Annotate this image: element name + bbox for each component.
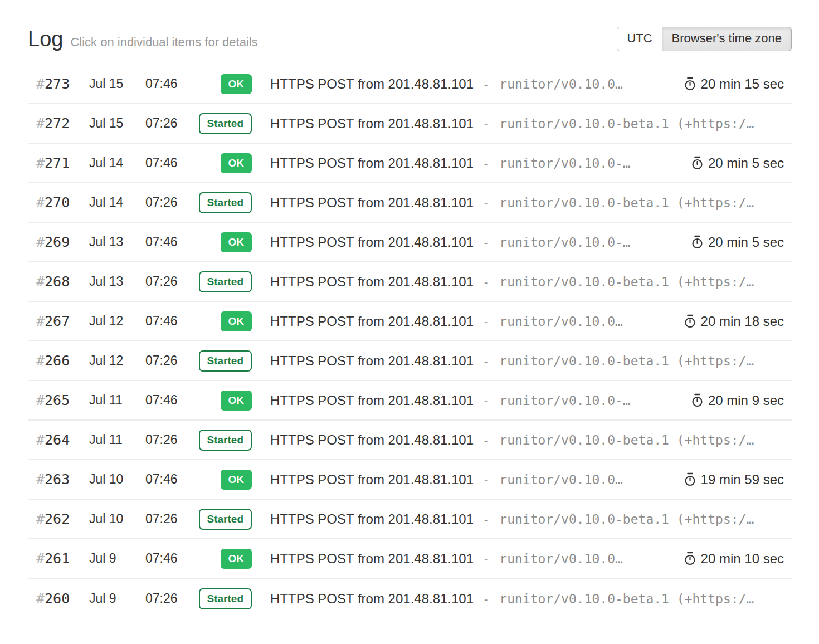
utc-button[interactable]: UTC <box>617 27 661 51</box>
event-description: HTTPS POST from 201.48.81.101 - runitor/… <box>270 76 670 92</box>
event-date: Jul 15 <box>89 116 145 131</box>
event-number: 265 <box>45 392 70 408</box>
event-description: HTTPS POST from 201.48.81.101 - runitor/… <box>270 353 784 369</box>
event-source: HTTPS POST from 201.48.81.101 <box>270 353 474 369</box>
event-source: HTTPS POST from 201.48.81.101 <box>270 195 474 211</box>
log-row[interactable]: #262 Jul 10 07:26 Started HTTPS POST fro… <box>28 500 792 539</box>
log-row[interactable]: #265 Jul 11 07:46 OK HTTPS POST from 201… <box>28 381 792 421</box>
status-badge: OK <box>221 232 252 252</box>
event-number: 263 <box>45 471 70 487</box>
log-row[interactable]: #266 Jul 12 07:26 Started HTTPS POST fro… <box>28 341 792 381</box>
event-date: Jul 13 <box>89 274 145 289</box>
event-date: Jul 12 <box>89 314 145 329</box>
log-page: Log Click on individual items for detail… <box>0 0 819 644</box>
event-separator: - <box>482 354 490 368</box>
stopwatch-icon <box>691 393 704 407</box>
stopwatch-icon <box>684 314 696 328</box>
duration-text: 20 min 5 sec <box>708 155 784 171</box>
log-row[interactable]: #261 Jul 9 07:46 OK HTTPS POST from 201.… <box>28 539 792 579</box>
event-description: HTTPS POST from 201.48.81.101 - runitor/… <box>270 432 784 448</box>
event-separator: - <box>482 117 490 131</box>
status-badge-cell: OK <box>196 391 252 411</box>
stopwatch-icon <box>691 235 704 249</box>
hash-prefix: # <box>36 76 45 92</box>
event-time: 07:46 <box>145 393 196 408</box>
status-badge-cell: OK <box>196 232 252 252</box>
event-separator: - <box>482 157 490 170</box>
event-number: 273 <box>45 76 70 92</box>
event-number: 262 <box>45 511 70 527</box>
event-number: 261 <box>45 550 70 567</box>
log-table: #273 Jul 15 07:46 OK HTTPS POST from 201… <box>28 65 792 618</box>
event-description: HTTPS POST from 201.48.81.101 - runitor/… <box>270 472 670 487</box>
event-date: Jul 12 <box>89 353 145 368</box>
hash-prefix: # <box>36 234 45 250</box>
log-row[interactable]: #260 Jul 9 07:26 Started HTTPS POST from… <box>28 579 792 618</box>
log-row[interactable]: #270 Jul 14 07:26 Started HTTPS POST fro… <box>28 183 792 223</box>
event-time: 07:26 <box>145 591 196 606</box>
duration: 20 min 18 sec <box>670 314 784 329</box>
event-number: 270 <box>45 194 70 211</box>
log-row[interactable]: #269 Jul 13 07:46 OK HTTPS POST from 201… <box>28 223 792 262</box>
timezone-toggle: UTC Browser's time zone <box>617 27 792 51</box>
user-agent: runitor/v0.10.0… <box>499 77 623 91</box>
stopwatch-icon <box>684 472 696 486</box>
user-agent: runitor/v0.10.0-beta.1 (+https:/… <box>499 512 754 526</box>
log-row[interactable]: #264 Jul 11 07:26 Started HTTPS POST fro… <box>28 421 792 460</box>
event-description: HTTPS POST from 201.48.81.101 - runitor/… <box>270 235 677 250</box>
status-badge-cell: Started <box>196 271 252 292</box>
duration: 20 min 5 sec <box>677 155 784 171</box>
duration-text: 20 min 9 sec <box>708 393 784 408</box>
event-source: HTTPS POST from 201.48.81.101 <box>270 393 474 408</box>
log-row[interactable]: #263 Jul 10 07:46 OK HTTPS POST from 201… <box>28 460 792 500</box>
user-agent: runitor/v0.10.0-… <box>499 393 630 408</box>
check-number: #264 <box>36 432 89 448</box>
event-date: Jul 14 <box>89 155 145 170</box>
page-header: Log Click on individual items for detail… <box>28 25 792 53</box>
event-time: 07:26 <box>145 195 196 210</box>
status-badge-cell: OK <box>196 74 252 94</box>
event-description: HTTPS POST from 201.48.81.101 - runitor/… <box>270 551 670 567</box>
check-number: #263 <box>36 471 89 487</box>
status-badge-cell: Started <box>196 113 252 134</box>
check-number: #273 <box>36 76 89 92</box>
check-number: #265 <box>36 392 89 408</box>
event-time: 07:46 <box>145 551 196 566</box>
event-number: 266 <box>45 353 70 369</box>
user-agent: runitor/v0.10.0… <box>499 314 623 329</box>
duration: 20 min 10 sec <box>670 551 784 567</box>
event-separator: - <box>482 77 490 91</box>
event-time: 07:26 <box>145 511 196 526</box>
event-source: HTTPS POST from 201.48.81.101 <box>270 314 474 329</box>
event-source: HTTPS POST from 201.48.81.101 <box>270 432 474 448</box>
user-agent: runitor/v0.10.0-beta.1 (+https:/… <box>499 116 754 131</box>
duration-text: 20 min 18 sec <box>701 314 784 329</box>
log-row[interactable]: #273 Jul 15 07:46 OK HTTPS POST from 201… <box>28 65 792 104</box>
user-agent: runitor/v0.10.0-beta.1 (+https:/… <box>499 354 754 368</box>
log-row[interactable]: #271 Jul 14 07:46 OK HTTPS POST from 201… <box>28 144 792 183</box>
event-description: HTTPS POST from 201.48.81.101 - runitor/… <box>270 314 670 329</box>
event-time: 07:46 <box>145 472 196 487</box>
log-row[interactable]: #268 Jul 13 07:26 Started HTTPS POST fro… <box>28 262 792 302</box>
log-row[interactable]: #272 Jul 15 07:26 Started HTTPS POST fro… <box>28 104 792 144</box>
event-separator: - <box>482 473 490 487</box>
hash-prefix: # <box>36 550 45 567</box>
event-separator: - <box>482 315 490 329</box>
event-separator: - <box>482 275 490 289</box>
duration-text: 20 min 10 sec <box>701 551 784 567</box>
event-description: HTTPS POST from 201.48.81.101 - runitor/… <box>270 591 784 607</box>
duration: 20 min 5 sec <box>677 235 784 250</box>
event-source: HTTPS POST from 201.48.81.101 <box>270 274 474 290</box>
status-badge-cell: OK <box>196 549 252 569</box>
status-badge: OK <box>221 74 252 94</box>
event-description: HTTPS POST from 201.48.81.101 - runitor/… <box>270 274 784 290</box>
status-badge: OK <box>221 391 252 411</box>
user-agent: runitor/v0.10.0… <box>499 472 623 487</box>
page-subtitle: Click on individual items for details <box>70 35 257 50</box>
browser-timezone-button[interactable]: Browser's time zone <box>662 27 792 51</box>
event-description: HTTPS POST from 201.48.81.101 - runitor/… <box>270 155 677 171</box>
log-row[interactable]: #267 Jul 12 07:46 OK HTTPS POST from 201… <box>28 302 792 341</box>
event-date: Jul 11 <box>89 393 145 408</box>
check-number: #268 <box>36 274 89 290</box>
event-number: 269 <box>45 234 70 250</box>
